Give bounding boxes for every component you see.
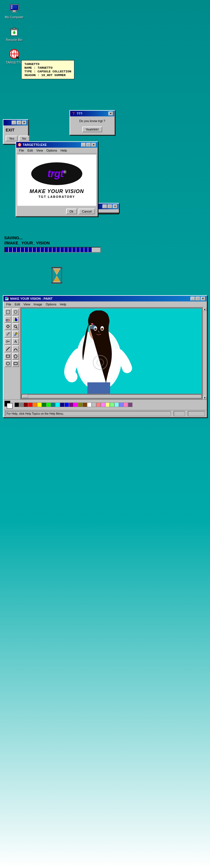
color-swatch[interactable] [19, 402, 24, 407]
menu-edit[interactable]: Edit [26, 148, 35, 153]
exe-cancel-btn[interactable]: Cancel [79, 209, 95, 214]
recycle-bin-icon[interactable]: Recycle Bin [3, 26, 26, 41]
color-swatch[interactable] [33, 402, 37, 407]
color-swatch[interactable] [69, 402, 73, 407]
tool-line[interactable] [4, 345, 11, 352]
targetto-exe-title: TARGETTO.EXE [23, 143, 47, 147]
exe-maximize-btn[interactable]: □ [86, 143, 91, 147]
paint-canvas-area[interactable] [21, 307, 203, 399]
color-swatch[interactable] [123, 402, 128, 407]
svg-rect-6 [11, 7, 12, 9]
scrollbar-thumb-h[interactable] [23, 395, 28, 398]
color-swatch[interactable] [92, 402, 96, 407]
svg-line-42 [16, 327, 17, 329]
targetto-label: TARGETTO [6, 61, 23, 64]
paint-menu-view[interactable]: View [22, 302, 32, 307]
progress-block [80, 248, 84, 253]
behind1-max[interactable]: □ [108, 205, 112, 208]
tool-color-pick[interactable] [4, 323, 11, 330]
color-swatch[interactable] [28, 402, 33, 407]
color-swatch[interactable] [60, 402, 64, 407]
tool-text[interactable]: A [12, 338, 19, 345]
paint-canvas[interactable] [22, 309, 202, 394]
color-swatch[interactable] [37, 402, 42, 407]
behind1-min[interactable]: _ [102, 205, 107, 208]
menu-file[interactable]: File [17, 148, 26, 153]
tool-brush[interactable] [12, 331, 19, 338]
hourglass-icon [50, 267, 64, 284]
color-swatch[interactable] [42, 402, 46, 407]
tooltip-line2: NAME : TARGETTO [24, 66, 71, 69]
svg-marker-51 [14, 354, 17, 358]
behind1-close[interactable]: ✕ [113, 205, 117, 208]
color-swatch[interactable] [46, 402, 51, 407]
menu-options[interactable]: Options [44, 148, 59, 153]
paint-menu-edit[interactable]: Edit [13, 302, 22, 307]
tool-magnify[interactable] [12, 323, 19, 330]
svg-line-49 [6, 347, 10, 350]
tool-fill[interactable] [12, 316, 19, 323]
color-swatch[interactable] [83, 402, 87, 407]
color-swatch[interactable] [96, 402, 101, 407]
menu-view[interactable]: View [35, 148, 45, 153]
exe-ok-btn[interactable]: Ok [66, 209, 77, 214]
paint-menu-options[interactable]: Options [44, 302, 58, 307]
tool-polygon[interactable] [12, 353, 19, 360]
paint-minimize-btn[interactable]: _ [190, 297, 195, 301]
paint-close-btn[interactable]: ✕ [201, 297, 205, 301]
question-yes-btn[interactable]: Yeahhhh! [82, 127, 102, 132]
question-text: Do you know trgt ? [79, 119, 105, 123]
paint-scrollbar-v[interactable]: ▲ ▼ [203, 307, 207, 399]
color-swatch[interactable] [14, 402, 19, 407]
exit-maximize-btn[interactable]: □ [17, 121, 21, 125]
tagline1: MAKE YOUR VISION [30, 188, 84, 194]
color-swatch[interactable] [119, 402, 123, 407]
exe-minimize-btn[interactable]: _ [81, 143, 86, 147]
tool-select-rect[interactable] [4, 309, 11, 315]
color-swatch[interactable] [101, 402, 105, 407]
paint-menubar: File Edit View Image Options Help [3, 302, 207, 307]
svg-marker-18 [17, 57, 19, 59]
saving-path: //MAKE_ YOUR_ VISION [4, 241, 101, 245]
question-close-btn[interactable]: ✕ [109, 112, 113, 116]
color-swatch[interactable] [87, 402, 92, 407]
exit-close-btn[interactable]: ✕ [22, 121, 26, 125]
color-swatch[interactable] [51, 402, 55, 407]
scroll-up-btn[interactable]: ▲ [203, 307, 207, 311]
color-swatch[interactable] [110, 402, 114, 407]
tool-airbrush[interactable] [4, 338, 11, 345]
paint-menu-image[interactable]: Image [32, 302, 44, 307]
tool-select-free[interactable] [12, 309, 19, 315]
color-swatch[interactable] [114, 402, 119, 407]
exit-no-btn[interactable]: No [19, 136, 30, 142]
exit-yes-btn[interactable]: Yes [6, 136, 18, 142]
exit-minimize-btn[interactable]: _ [12, 121, 16, 125]
color-swatch[interactable] [73, 402, 78, 407]
paint-menu-help[interactable]: Help [58, 302, 68, 307]
color-swatch[interactable] [78, 402, 83, 407]
scroll-down-btn[interactable]: ▼ [203, 396, 207, 399]
question-titlebar: ❓ ??? ✕ [70, 111, 114, 116]
menu-help[interactable]: Help [59, 148, 69, 153]
tool-rect[interactable] [4, 353, 11, 360]
progress-block [53, 248, 56, 253]
color-swatch[interactable] [24, 402, 28, 407]
color-swatch[interactable] [105, 402, 110, 407]
tool-rect-filled[interactable] [12, 360, 19, 367]
color-swatch[interactable] [55, 402, 60, 407]
color-swatch[interactable] [64, 402, 69, 407]
paint-scrollbar-h[interactable] [22, 394, 202, 398]
svg-point-41 [14, 325, 17, 328]
canvas-image [22, 309, 202, 394]
tool-ellipse[interactable] [4, 360, 11, 367]
paint-maximize-btn[interactable]: □ [196, 297, 200, 301]
exe-close-btn[interactable]: ✕ [91, 143, 96, 147]
progress-block [29, 248, 32, 253]
color-swatch[interactable] [128, 402, 132, 407]
tool-pencil[interactable] [4, 331, 11, 338]
my-computer-icon[interactable]: My Computer [3, 3, 26, 19]
tool-curve[interactable] [12, 345, 19, 352]
background-color[interactable] [7, 403, 12, 409]
paint-menu-file[interactable]: File [4, 302, 13, 307]
tool-eraser[interactable] [4, 316, 11, 323]
